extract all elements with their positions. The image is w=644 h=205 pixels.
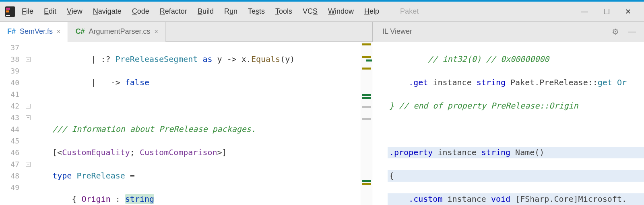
line-gutter: 37383940414243444546474849 (0, 42, 23, 205)
tab-row: F# SemVer.fs × C# ArgumentParser.cs × IL… (0, 22, 644, 42)
code-body[interactable]: | :? PreReleaseSegment as y -> x.Equals(… (33, 42, 361, 205)
tab-label: SemVer.fs (20, 27, 53, 36)
menu-code[interactable]: Code (132, 7, 149, 16)
code-editor[interactable]: 37383940414243444546474849 −−−− | :? Pre… (0, 42, 372, 205)
menu-navigate[interactable]: Navigate (93, 7, 122, 16)
svg-rect-3 (6, 15, 10, 16)
window-close-icon[interactable]: ✕ (625, 7, 631, 16)
fsharp-icon: F# (7, 27, 16, 36)
fold-marker-icon[interactable]: − (26, 115, 31, 120)
menu-run[interactable]: Run (224, 7, 237, 16)
close-tab-icon[interactable]: × (57, 28, 60, 35)
menu-items: File Edit View Navigate Code Refactor Bu… (22, 7, 419, 16)
marker-bar[interactable] (361, 42, 372, 205)
tab-semver[interactable]: F# SemVer.fs × (0, 22, 68, 42)
il-viewer-header: IL Viewer ⚙ — (372, 22, 644, 42)
fold-column: −−−− (23, 42, 33, 205)
tab-label: ArgumentParser.cs (89, 27, 150, 36)
menu-bar: File Edit View Navigate Code Refactor Bu… (0, 2, 644, 22)
il-viewer-pane: // int32(0) // 0x00000000 .get instance … (372, 42, 644, 205)
menu-refactor[interactable]: Refactor (160, 7, 187, 16)
menu-build[interactable]: Build (198, 7, 214, 16)
menu-tools[interactable]: Tools (275, 7, 292, 16)
gear-icon[interactable]: ⚙ (612, 27, 619, 37)
fold-marker-icon[interactable]: − (26, 104, 31, 109)
tab-argumentparser[interactable]: C# ArgumentParser.cs × (68, 22, 165, 42)
menu-help[interactable]: Help (364, 7, 379, 16)
window-maximize-icon[interactable]: ☐ (603, 7, 610, 16)
minimize-panel-icon[interactable]: — (628, 27, 636, 37)
fold-marker-icon[interactable]: − (26, 57, 31, 62)
il-viewer-title: IL Viewer (382, 27, 412, 36)
app-logo-icon (5, 6, 15, 17)
menu-view[interactable]: View (67, 7, 83, 16)
il-gutter (372, 42, 388, 205)
window-minimize-icon[interactable]: — (581, 7, 588, 16)
menu-paket-disabled: Paket (400, 7, 419, 16)
menu-edit[interactable]: Edit (44, 7, 56, 16)
menu-tests[interactable]: Tests (248, 7, 265, 16)
il-code-body[interactable]: // int32(0) // 0x00000000 .get instance … (388, 42, 644, 205)
close-tab-icon[interactable]: × (154, 28, 158, 35)
fold-marker-icon[interactable]: − (26, 162, 31, 167)
svg-rect-2 (6, 10, 9, 12)
csharp-icon: C# (75, 27, 85, 36)
menu-window[interactable]: Window (328, 7, 354, 16)
menu-file[interactable]: File (22, 7, 33, 16)
menu-vcs[interactable]: VCS (303, 7, 318, 16)
svg-rect-1 (6, 8, 10, 10)
